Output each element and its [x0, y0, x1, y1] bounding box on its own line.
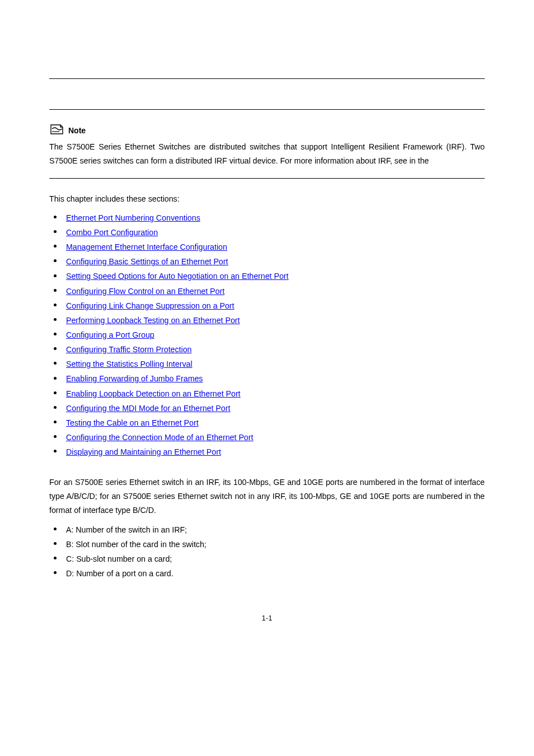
toc-item: Configuring Link Change Suppression on a…	[49, 299, 485, 312]
toc-item: Configuring the Connection Mode of an Et…	[49, 431, 485, 444]
toc-item: Enabling Loopback Detection on an Ethern…	[49, 387, 485, 400]
toc-item: Displaying and Maintaining an Ethernet P…	[49, 445, 485, 459]
note-paragraph: The S7500E Series Ethernet Switches are …	[49, 140, 485, 168]
note-icon	[49, 123, 65, 136]
toc-link[interactable]: Configuring a Port Group	[66, 330, 154, 339]
list-item: B: Slot number of the card in the switch…	[49, 538, 485, 551]
toc-link[interactable]: Displaying and Maintaining an Ethernet P…	[66, 447, 221, 456]
toc-link[interactable]: Setting Speed Options for Auto Negotiati…	[66, 272, 289, 281]
list-item: A: Number of the switch in an IRF;	[49, 523, 485, 536]
horizontal-rule	[49, 178, 485, 179]
toc-item: Setting Speed Options for Auto Negotiati…	[49, 269, 485, 283]
horizontal-rule	[49, 78, 485, 79]
horizontal-rule	[49, 109, 485, 110]
toc-item: Configuring a Port Group	[49, 328, 485, 342]
toc-item: Performing Loopback Testing on an Ethern…	[49, 314, 485, 327]
toc-link[interactable]: Configuring the MDI Mode for an Ethernet…	[66, 404, 230, 413]
toc-item: Combo Port Configuration	[49, 226, 485, 239]
note-heading: Note	[49, 123, 485, 136]
toc-link[interactable]: Enabling Loopback Detection on an Ethern…	[66, 389, 241, 398]
toc-item: Configuring Flow Control on an Ethernet …	[49, 284, 485, 298]
toc-link[interactable]: Testing the Cable on an Ethernet Port	[66, 418, 199, 427]
toc-item: Configuring the MDI Mode for an Ethernet…	[49, 402, 485, 415]
page-number: 1-1	[49, 614, 485, 622]
toc-item: Setting the Statistics Polling Interval	[49, 357, 485, 371]
toc-link[interactable]: Configuring Link Change Suppression on a…	[66, 301, 235, 310]
toc-item: Management Ethernet Interface Configurat…	[49, 240, 485, 254]
toc-item: Configuring Basic Settings of an Etherne…	[49, 255, 485, 268]
note-label: Note	[68, 126, 86, 136]
toc-link[interactable]: Enabling Forwarding of Jumbo Frames	[66, 374, 203, 383]
chapter-intro: This chapter includes these sections:	[49, 192, 485, 206]
list-item: D: Number of a port on a card.	[49, 567, 485, 580]
note-text-mid: in the	[409, 156, 429, 165]
toc-link[interactable]: Configuring Basic Settings of an Etherne…	[66, 257, 228, 266]
section-item-list: A: Number of the switch in an IRF;B: Slo…	[49, 523, 485, 581]
toc-link[interactable]: Ethernet Port Numbering Conventions	[66, 213, 200, 222]
toc-link[interactable]: Management Ethernet Interface Configurat…	[66, 242, 227, 251]
toc-list: Ethernet Port Numbering ConventionsCombo…	[49, 211, 485, 459]
toc-item: Configuring Traffic Storm Protection	[49, 343, 485, 356]
toc-link[interactable]: Configuring Flow Control on an Ethernet …	[66, 287, 224, 296]
toc-link[interactable]: Configuring Traffic Storm Protection	[66, 345, 191, 354]
list-item: C: Sub-slot number on a card;	[49, 552, 485, 566]
toc-item: Testing the Cable on an Ethernet Port	[49, 416, 485, 430]
toc-item: Enabling Forwarding of Jumbo Frames	[49, 372, 485, 385]
toc-link[interactable]: Configuring the Connection Mode of an Et…	[66, 433, 253, 442]
section-body: For an S7500E series Ethernet switch in …	[49, 475, 485, 517]
toc-link[interactable]: Setting the Statistics Polling Interval	[66, 360, 193, 368]
toc-link[interactable]: Performing Loopback Testing on an Ethern…	[66, 316, 240, 325]
toc-link[interactable]: Combo Port Configuration	[66, 228, 158, 237]
toc-item: Ethernet Port Numbering Conventions	[49, 211, 485, 225]
